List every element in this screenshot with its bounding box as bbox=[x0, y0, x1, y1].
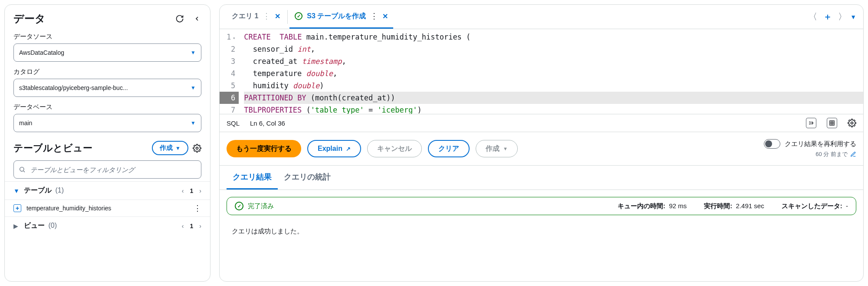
external-link-icon: ↗ bbox=[346, 146, 351, 152]
tab-query-results[interactable]: クエリ結果 bbox=[227, 166, 278, 190]
scanned-label: スキャンしたデータ: bbox=[782, 202, 842, 210]
tables-section[interactable]: ▼ テーブル (1) ‹ 1 › bbox=[5, 182, 210, 200]
tab-divider bbox=[287, 10, 288, 24]
line-gutter: 1▾234567 bbox=[220, 29, 239, 114]
filter-input[interactable] bbox=[13, 160, 201, 179]
tab-query-1[interactable]: クエリ 1 ⋮ ✕ bbox=[227, 5, 286, 29]
sidebar-title: データ bbox=[13, 12, 46, 26]
cancel-label: キャンセル bbox=[377, 144, 412, 153]
action-bar: もう一度実行する Explain ↗ キャンセル クリア 作成 ▼ クエリ結果を… bbox=[220, 132, 863, 166]
paren-right: 〉 bbox=[838, 11, 847, 23]
close-tab-icon[interactable]: ✕ bbox=[275, 12, 280, 20]
table-row[interactable]: + temperature_humidity_histories ⋮ bbox=[5, 200, 210, 217]
new-tab-button[interactable]: ＋ bbox=[821, 11, 835, 23]
tab-menu-icon[interactable]: ⋮ bbox=[263, 12, 270, 20]
data-source-label: データソース bbox=[13, 33, 201, 41]
create-table-button[interactable]: 作成 ▼ bbox=[152, 141, 188, 155]
query-success-message: クエリは成功しました。 bbox=[227, 215, 856, 239]
reuse-results-label: クエリ結果を再利用する bbox=[785, 140, 856, 148]
reuse-subtext: 60 分 前まで bbox=[815, 150, 848, 158]
data-source-select[interactable]: AwsDataCatalog ▼ bbox=[13, 43, 201, 62]
cursor-position: Ln 6, Col 36 bbox=[250, 120, 285, 127]
editor-language: SQL bbox=[227, 120, 240, 127]
tables-views-header: テーブルとビュー 作成 ▼ bbox=[13, 141, 201, 155]
database-select[interactable]: main ▼ bbox=[13, 114, 201, 132]
run-time-value: 2.491 sec bbox=[736, 202, 764, 210]
caret-down-icon: ▼ bbox=[191, 120, 196, 126]
data-sidebar: データ データソース AwsDataCatalog ▼ カタログ s3table… bbox=[4, 4, 210, 282]
scanned-metric: スキャンしたデータ: - bbox=[782, 202, 848, 210]
table-actions-icon[interactable]: ⋮ bbox=[194, 204, 201, 212]
format-icon[interactable] bbox=[806, 118, 816, 128]
sql-editor[interactable]: 1▾234567 CREATE TABLE main.temperature_h… bbox=[220, 29, 863, 114]
tab-create-s3-table[interactable]: ✓ S3 テーブルを作成 ⋮ ✕ bbox=[289, 5, 393, 29]
catalog-select[interactable]: s3tablescatalog/pyiceberg-sample-buc... … bbox=[13, 79, 201, 97]
explain-label: Explain bbox=[318, 145, 342, 153]
svg-rect-3 bbox=[830, 121, 835, 126]
views-section[interactable]: ▶ ビュー (0) ‹ 1 › bbox=[5, 217, 210, 235]
caret-down-icon: ▼ bbox=[503, 146, 508, 151]
run-time-label: 実行時間: bbox=[704, 202, 732, 210]
caret-down-icon: ▼ bbox=[175, 145, 181, 151]
scanned-value: - bbox=[846, 202, 848, 210]
grid-icon[interactable] bbox=[827, 118, 837, 128]
success-icon: ✓ bbox=[295, 12, 302, 20]
svg-line-2 bbox=[23, 171, 25, 172]
create-dropdown-button[interactable]: 作成 ▼ bbox=[476, 140, 518, 157]
paren-left: 〈 bbox=[809, 11, 817, 23]
next-page-icon[interactable]: › bbox=[199, 187, 201, 194]
settings-icon[interactable] bbox=[848, 119, 856, 127]
database-label: データベース bbox=[13, 103, 201, 111]
edit-icon[interactable] bbox=[850, 151, 856, 157]
create-table-label: 作成 bbox=[160, 144, 173, 152]
svg-point-1 bbox=[20, 167, 24, 171]
clear-label: クリア bbox=[438, 144, 459, 153]
search-icon bbox=[19, 166, 26, 173]
result-tab-label: クエリの統計 bbox=[284, 173, 331, 181]
data-source-value: AwsDataCatalog bbox=[19, 49, 191, 56]
run-time-metric: 実行時間: 2.491 sec bbox=[704, 202, 764, 210]
database-value: main bbox=[19, 120, 191, 126]
views-page: 1 bbox=[190, 223, 194, 229]
prev-page-icon[interactable]: ‹ bbox=[182, 223, 184, 229]
cancel-button: キャンセル bbox=[367, 140, 422, 157]
refresh-icon[interactable] bbox=[175, 14, 184, 23]
status-banner: ✓ 完了済み キュー内の時間: 92 ms 実行時間: 2.491 sec スキ… bbox=[227, 197, 856, 215]
create-label: 作成 bbox=[486, 144, 500, 153]
status-text: 完了済み bbox=[248, 202, 274, 210]
expand-icon[interactable]: ▶ bbox=[13, 223, 20, 229]
catalog-value: s3tablescatalog/pyiceberg-sample-buc... bbox=[19, 84, 191, 91]
close-tab-icon[interactable]: ✕ bbox=[382, 12, 388, 20]
tab-menu-icon[interactable]: ⋮ bbox=[370, 12, 378, 20]
tab-label: クエリ 1 bbox=[232, 12, 258, 21]
expand-table-icon[interactable]: + bbox=[13, 204, 21, 212]
next-page-icon[interactable]: › bbox=[199, 223, 201, 229]
collapse-icon[interactable]: ▼ bbox=[13, 187, 20, 194]
caret-down-icon: ▼ bbox=[191, 50, 196, 56]
clear-button[interactable]: クリア bbox=[428, 140, 470, 157]
gear-icon[interactable] bbox=[193, 144, 201, 153]
queue-time-label: キュー内の時間: bbox=[618, 202, 665, 210]
tabs-menu-icon[interactable]: ▼ bbox=[850, 13, 856, 20]
query-panel: クエリ 1 ⋮ ✕ ✓ S3 テーブルを作成 ⋮ ✕ 〈 ＋ 〉 ▼ 1▾234… bbox=[219, 4, 864, 282]
svg-point-0 bbox=[196, 147, 198, 149]
results-tabs: クエリ結果 クエリの統計 bbox=[220, 166, 863, 190]
code-area[interactable]: CREATE TABLE main.temperature_humidity_h… bbox=[239, 29, 863, 114]
tables-views-heading: テーブルとビュー bbox=[13, 142, 92, 155]
run-again-button[interactable]: もう一度実行する bbox=[227, 140, 301, 157]
views-label: ビュー bbox=[24, 222, 45, 229]
tables-count: (1) bbox=[55, 186, 64, 194]
success-icon: ✓ bbox=[235, 202, 243, 210]
table-name: temperature_humidity_histories bbox=[26, 205, 188, 212]
collapse-sidebar-icon[interactable] bbox=[193, 14, 201, 23]
explain-button[interactable]: Explain ↗ bbox=[307, 140, 361, 157]
reuse-results-toggle[interactable] bbox=[764, 139, 780, 149]
prev-page-icon[interactable]: ‹ bbox=[182, 187, 184, 194]
tab-query-stats[interactable]: クエリの統計 bbox=[278, 166, 337, 190]
tab-label: S3 テーブルを作成 bbox=[307, 12, 366, 21]
sidebar-header: データ bbox=[13, 12, 201, 26]
caret-down-icon: ▼ bbox=[191, 85, 196, 91]
filter-wrap bbox=[13, 160, 201, 179]
tables-label: テーブル bbox=[24, 186, 52, 194]
results-body: ✓ 完了済み キュー内の時間: 92 ms 実行時間: 2.491 sec スキ… bbox=[220, 190, 863, 246]
